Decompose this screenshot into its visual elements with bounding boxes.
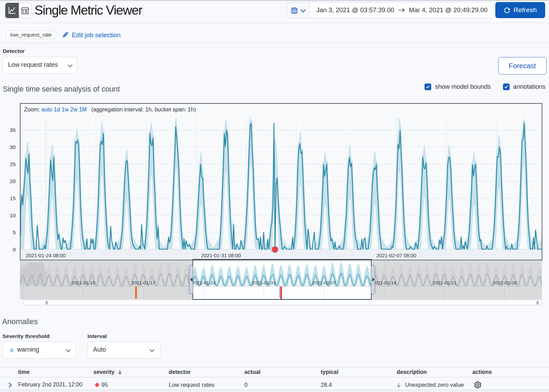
- svg-text:2021-02-28: 2021-02-28: [493, 280, 517, 285]
- svg-text:20: 20: [10, 178, 16, 184]
- svg-text:0: 0: [13, 246, 16, 252]
- svg-text:10: 10: [10, 212, 16, 218]
- svg-text:5: 5: [13, 229, 16, 235]
- svg-text:2021-01-17: 2021-01-17: [131, 280, 155, 285]
- svg-text:35: 35: [10, 127, 16, 133]
- svg-text:30: 30: [10, 144, 16, 150]
- svg-text:2021-01-10: 2021-01-10: [71, 280, 95, 285]
- svg-text:2021-02-21: 2021-02-21: [433, 280, 457, 285]
- svg-text:25: 25: [10, 161, 16, 167]
- svg-text:15: 15: [10, 195, 16, 201]
- svg-text:2021-02-07 08:00: 2021-02-07 08:00: [376, 253, 417, 258]
- svg-text:2021-02-14: 2021-02-14: [372, 280, 397, 285]
- svg-text:2021-01-31 08:00: 2021-01-31 08:00: [201, 253, 241, 258]
- svg-text:2021-01-24 08:00: 2021-01-24 08:00: [26, 253, 66, 258]
